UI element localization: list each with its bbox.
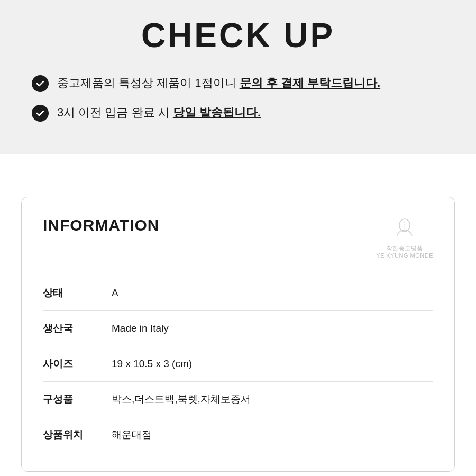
value-size: 19 x 10.5 x 3 (cm) xyxy=(112,358,192,370)
checklist-text-2: 3시 이전 입금 완료 시 당일 발송됩니다. xyxy=(57,104,261,121)
brand-logo: 착한중고명품 YE KYUNG MONDE xyxy=(376,216,433,259)
checklist-text-1: 중고제품의 특성상 제품이 1점이니 문의 후 결제 부탁드립니다. xyxy=(57,74,380,91)
label-origin: 생산국 xyxy=(43,322,112,335)
info-card: INFORMATION 착한중고명품 YE KYUNG MONDE 상태 A xyxy=(21,197,455,472)
brand-logo-icon xyxy=(393,216,416,243)
info-section: INFORMATION 착한중고명품 YE KYUNG MONDE 상태 A xyxy=(0,197,476,476)
info-row-contents: 구성품 박스,더스트백,북렛,자체보증서 xyxy=(43,382,433,417)
checklist-bold-1: 문의 후 결제 부탁드립니다. xyxy=(240,76,380,89)
check-icon-1 xyxy=(32,75,49,92)
label-size: 사이즈 xyxy=(43,357,112,371)
value-origin: Made in Italy xyxy=(112,323,169,334)
info-rows: 상태 A 생산국 Made in Italy 사이즈 19 x 10.5 x 3… xyxy=(43,276,433,452)
checklist-item-1: 중고제품의 특성상 제품이 1점이니 문의 후 결제 부탁드립니다. xyxy=(32,74,444,92)
page-title: CHECK UP xyxy=(21,16,455,55)
label-location: 상품위치 xyxy=(43,428,112,442)
info-header: INFORMATION 착한중고명품 YE KYUNG MONDE xyxy=(43,216,433,259)
info-row-status: 상태 A xyxy=(43,276,433,311)
value-contents: 박스,더스트백,북렛,자체보증서 xyxy=(112,392,251,406)
info-title: INFORMATION xyxy=(43,216,159,234)
checklist: 중고제품의 특성상 제품이 1점이니 문의 후 결제 부탁드립니다. 3시 이전… xyxy=(21,74,455,122)
checklist-bold-2: 당일 발송됩니다. xyxy=(173,106,261,119)
check-icon-2 xyxy=(32,105,49,122)
brand-sub: YE KYUNG MONDE xyxy=(376,252,433,259)
value-status: A xyxy=(112,287,118,299)
brand-name: 착한중고명품 xyxy=(387,244,423,252)
label-status: 상태 xyxy=(43,286,112,300)
info-row-location: 상품위치 해운대점 xyxy=(43,417,433,452)
info-row-origin: 생산국 Made in Italy xyxy=(43,311,433,346)
value-location: 해운대점 xyxy=(112,428,152,442)
divider xyxy=(0,154,476,197)
info-row-size: 사이즈 19 x 10.5 x 3 (cm) xyxy=(43,346,433,382)
header-section: CHECK UP 중고제품의 특성상 제품이 1점이니 문의 후 결제 부탁드립… xyxy=(0,0,476,154)
checklist-item-2: 3시 이전 입금 완료 시 당일 발송됩니다. xyxy=(32,104,444,122)
label-contents: 구성품 xyxy=(43,392,112,406)
